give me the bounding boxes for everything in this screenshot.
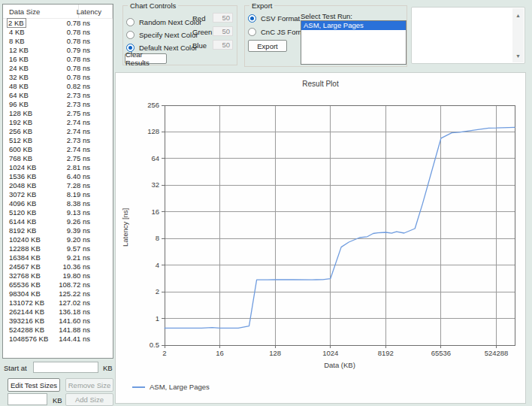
blue-field[interactable]: 50 [213, 40, 233, 50]
data-size-cell[interactable]: 32768 KB [3, 271, 63, 280]
table-row[interactable]: 12 KB0.79 ns [3, 46, 113, 55]
table-row[interactable]: 600 KB2.74 ns [3, 145, 113, 154]
table-row[interactable]: 16384 KB9.21 ns [3, 253, 113, 262]
radio-csv-format[interactable]: CSV Format [248, 14, 300, 23]
test-run-item-selected[interactable]: ASM, Large Pages [301, 21, 406, 30]
latency-cell: 8.38 ns [67, 199, 113, 208]
data-size-cell[interactable]: 512 KB [3, 136, 67, 145]
table-row[interactable]: 8192 KB9.39 ns [3, 226, 113, 235]
start-at-input[interactable] [33, 362, 98, 373]
radio-specify-next-color[interactable]: Specify Next Color [126, 31, 198, 39]
chart-controls-group: Chart Controls Random Next Color Specify… [122, 5, 237, 65]
data-size-cell[interactable]: 393216 KB [3, 317, 59, 326]
data-size-cell[interactable]: 131072 KB [3, 298, 59, 308]
latency-cell: 9.39 ns [67, 226, 113, 235]
table-row[interactable]: 128 KB2.75 ns [3, 109, 113, 118]
table-row[interactable]: 524288 KB141.88 ns [3, 326, 113, 335]
data-size-cell[interactable]: 48 KB [3, 82, 67, 91]
data-size-cell[interactable]: 5120 KB [3, 208, 67, 217]
data-size-cell[interactable]: 768 KB [3, 154, 67, 163]
data-size-cell[interactable]: 24567 KB [3, 262, 63, 271]
scroll-down-icon[interactable]: ▼ [512, 50, 524, 61]
table-row[interactable]: 1536 KB6.40 ns [3, 172, 113, 181]
data-size-cell[interactable]: 1024 KB [3, 163, 67, 172]
data-size-cell[interactable]: 32 KB [3, 73, 67, 82]
table-row[interactable]: 10240 KB9.20 ns [3, 235, 113, 244]
data-size-cell[interactable]: 1536 KB [3, 172, 67, 181]
table-row[interactable]: 48 KB0.82 ns [3, 82, 113, 91]
output-panel[interactable]: ▲ ▼ [411, 7, 525, 64]
data-size-cell[interactable]: 3072 KB [3, 190, 67, 199]
table-row[interactable]: 24 KB0.78 ns [3, 64, 113, 73]
column-header-latency[interactable]: Latency [79, 5, 113, 18]
table-row[interactable]: 98304 KB125.22 ns [3, 289, 113, 298]
data-size-cell[interactable]: 262144 KB [3, 308, 59, 317]
data-size-cell[interactable]: 524288 KB [3, 326, 59, 335]
green-field[interactable]: 50 [213, 26, 233, 36]
table-row[interactable]: 5120 KB9.13 ns [3, 208, 113, 217]
table-row[interactable]: 16 KB0.78 ns [3, 55, 113, 64]
table-row[interactable]: 768 KB2.75 ns [3, 154, 113, 163]
scroll-up-icon[interactable]: ▲ [512, 10, 524, 20]
data-size-cell[interactable]: 96 KB [3, 100, 67, 109]
data-size-cell[interactable]: 2048 KB [3, 181, 67, 190]
radio-random-next-color[interactable]: Random Next Color [126, 18, 201, 26]
table-row[interactable]: 12288 KB9.57 ns [3, 244, 113, 253]
data-size-cell[interactable]: 12288 KB [3, 244, 67, 253]
table-row[interactable]: 8 KB0.78 ns [3, 37, 113, 46]
data-size-cell[interactable]: 65536 KB [3, 280, 59, 289]
data-size-cell[interactable]: 98304 KB [3, 289, 59, 298]
table-row[interactable]: 32768 KB19.80 ns [3, 271, 113, 280]
data-size-cell[interactable]: 2 KB [3, 19, 67, 28]
data-size-cell[interactable]: 12 KB [3, 46, 67, 55]
table-row[interactable]: 24567 KB10.36 ns [3, 262, 113, 271]
data-size-cell[interactable]: 256 KB [3, 127, 67, 136]
data-size-cell[interactable]: 64 KB [3, 91, 67, 100]
data-size-cell[interactable]: 24 KB [3, 64, 67, 73]
data-size-cell[interactable]: 4096 KB [3, 199, 67, 208]
column-header-data-size[interactable]: Data Size [3, 5, 79, 18]
data-size-cell[interactable]: 4 KB [3, 28, 67, 37]
remove-size-button[interactable]: Remove Size [65, 378, 113, 392]
table-row[interactable]: 4 KB0.78 ns [3, 28, 113, 37]
table-row[interactable]: 1024 KB2.81 ns [3, 163, 113, 172]
results-table[interactable]: Data Size Latency 2 KB0.78 ns4 KB0.78 ns… [2, 4, 113, 359]
data-size-cell[interactable]: 1048576 KB [3, 335, 59, 344]
table-row[interactable]: 96 KB2.73 ns [3, 100, 113, 109]
red-field[interactable]: 50 [213, 13, 233, 23]
table-row[interactable]: 65536 KB108.72 ns [3, 280, 113, 289]
table-row[interactable]: 3072 KB8.19 ns [3, 190, 113, 199]
add-size-input[interactable] [8, 393, 47, 405]
data-size-cell[interactable]: 600 KB [3, 145, 67, 154]
latency-cell: 136.18 ns [59, 308, 113, 317]
table-row[interactable]: 512 KB2.73 ns [3, 136, 113, 145]
data-size-cell[interactable]: 16 KB [3, 55, 67, 64]
table-row[interactable]: 393216 KB141.60 ns [3, 317, 113, 326]
add-size-button[interactable]: Add Size [65, 393, 113, 406]
table-row[interactable]: 4096 KB8.38 ns [3, 199, 113, 208]
table-row[interactable]: 192 KB2.74 ns [3, 118, 113, 127]
clear-results-button[interactable]: Clear Results [125, 53, 167, 64]
vertical-scrollbar[interactable]: ▲ ▼ [512, 8, 524, 62]
table-row[interactable]: 131072 KB127.02 ns [3, 298, 113, 308]
data-size-cell[interactable]: 8192 KB [3, 226, 67, 235]
data-size-cell[interactable]: 16384 KB [3, 253, 67, 262]
svg-text:128: 128 [269, 349, 281, 357]
table-row[interactable]: 2048 KB7.28 ns [3, 181, 113, 190]
table-row[interactable]: 32 KB0.78 ns [3, 73, 113, 82]
data-size-cell[interactable]: 10240 KB [3, 235, 67, 244]
table-row[interactable]: 2 KB0.78 ns [3, 19, 113, 28]
test-run-listbox[interactable]: ASM, Large Pages [301, 20, 407, 65]
data-size-cell[interactable]: 8 KB [3, 37, 67, 46]
table-row[interactable]: 64 KB2.73 ns [3, 91, 113, 100]
data-size-cell[interactable]: 192 KB [3, 118, 67, 127]
svg-text:65536: 65536 [431, 349, 451, 357]
data-size-cell[interactable]: 6144 KB [3, 217, 67, 226]
table-row[interactable]: 256 KB2.74 ns [3, 127, 113, 136]
table-row[interactable]: 262144 KB136.18 ns [3, 308, 113, 317]
data-size-cell[interactable]: 128 KB [3, 109, 67, 118]
table-row[interactable]: 1048576 KB144.41 ns [3, 335, 113, 344]
export-button[interactable]: Export [248, 40, 287, 52]
edit-test-sizes-button[interactable]: Edit Test Sizes [8, 378, 60, 392]
table-row[interactable]: 6144 KB9.26 ns [3, 217, 113, 226]
